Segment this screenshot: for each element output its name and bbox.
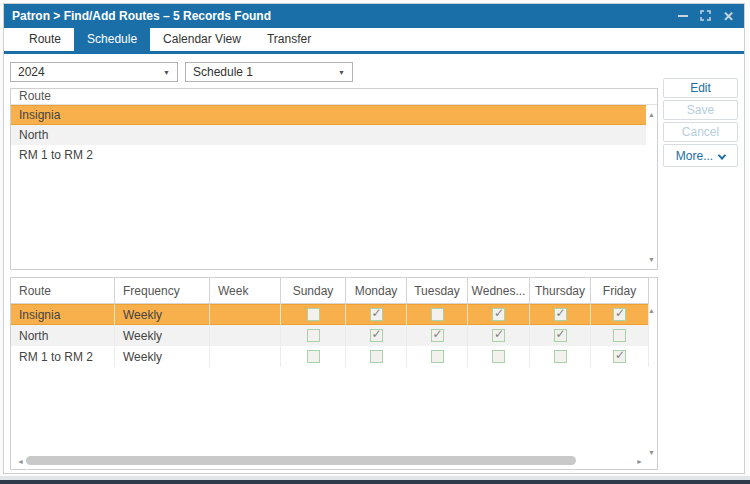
- cell-route: RM 1 to RM 2: [11, 346, 115, 367]
- checkbox-thursday[interactable]: ✓: [554, 350, 567, 363]
- column-header-friday: Friday: [591, 278, 649, 303]
- content-area: 2024 ▼ Schedule 1 ▼ Route Insignia North…: [4, 54, 744, 471]
- checkbox-tuesday[interactable]: ✓: [431, 329, 444, 342]
- route-list-item[interactable]: RM 1 to RM 2: [11, 145, 646, 165]
- checkbox-friday[interactable]: ✓: [613, 350, 626, 363]
- checkbox-friday[interactable]: ✓: [613, 308, 626, 321]
- tab-route[interactable]: Route: [16, 28, 74, 51]
- schedule-table-panel: Route Frequency Week Sunday Monday Tuesd…: [10, 277, 658, 470]
- checkbox-monday[interactable]: ✓: [370, 350, 383, 363]
- cell-frequency: Weekly: [115, 325, 210, 346]
- column-header-wednesday: Wednes...: [468, 278, 530, 303]
- schedule-select[interactable]: Schedule 1 ▼: [185, 62, 353, 82]
- check-icon: ✓: [372, 327, 382, 341]
- check-icon: ✓: [494, 327, 504, 341]
- route-list-column-header: Route: [11, 89, 657, 105]
- scroll-right-icon[interactable]: ►: [636, 458, 643, 465]
- route-list-item[interactable]: Insignia: [11, 105, 646, 125]
- titlebar: Patron > Find/Add Routes – 5 Records Fou…: [4, 4, 744, 28]
- checkbox-monday[interactable]: ✓: [370, 308, 383, 321]
- checkbox-tuesday[interactable]: ✓: [431, 350, 444, 363]
- tab-schedule[interactable]: Schedule: [74, 28, 150, 51]
- close-icon[interactable]: ✕: [723, 10, 734, 23]
- chevron-down-icon: [718, 151, 726, 159]
- chevron-down-icon: ▼: [338, 69, 345, 76]
- routes-window: Patron > Find/Add Routes – 5 Records Fou…: [3, 3, 745, 474]
- checkbox-wednesday[interactable]: ✓: [492, 329, 505, 342]
- scroll-up-icon[interactable]: ▲: [648, 111, 655, 118]
- checkbox-wednesday[interactable]: ✓: [492, 308, 505, 321]
- checkbox-friday[interactable]: ✓: [613, 329, 626, 342]
- filter-row: 2024 ▼ Schedule 1 ▼: [10, 62, 353, 82]
- checkbox-thursday[interactable]: ✓: [554, 329, 567, 342]
- cancel-button[interactable]: Cancel: [663, 122, 738, 142]
- column-header-thursday: Thursday: [530, 278, 591, 303]
- checkbox-sunday[interactable]: ✓: [307, 350, 320, 363]
- year-select[interactable]: 2024 ▼: [10, 62, 178, 82]
- edit-button[interactable]: Edit: [663, 78, 738, 98]
- cell-route: Insignia: [11, 304, 115, 325]
- checkbox-sunday[interactable]: ✓: [307, 308, 320, 321]
- window-controls: ✕: [678, 7, 734, 25]
- cell-week: [210, 325, 281, 346]
- tab-calendar-view[interactable]: Calendar View: [150, 28, 254, 51]
- route-list-panel: Route Insignia North RM 1 to RM 2 ▲ ▼: [10, 88, 658, 270]
- check-icon: ✓: [372, 306, 382, 320]
- more-button-label: More...: [676, 149, 713, 163]
- schedule-row[interactable]: RM 1 to RM 2 Weekly ✓ ✓ ✓ ✓ ✓ ✓: [11, 346, 649, 367]
- minimize-icon[interactable]: [678, 15, 688, 17]
- scroll-down-icon[interactable]: ▼: [648, 256, 655, 263]
- cell-week: [210, 346, 281, 367]
- scroll-down-icon[interactable]: ▼: [648, 449, 655, 456]
- schedule-row[interactable]: North Weekly ✓ ✓ ✓ ✓ ✓ ✓: [11, 325, 649, 346]
- maximize-icon[interactable]: [700, 7, 711, 25]
- tab-transfer[interactable]: Transfer: [254, 28, 324, 51]
- action-buttons: Edit Save Cancel More...: [663, 78, 738, 167]
- check-icon: ✓: [615, 348, 625, 362]
- check-icon: ✓: [615, 306, 625, 320]
- route-list-item[interactable]: North: [11, 125, 646, 145]
- page: Patron > Find/Add Routes – 5 Records Fou…: [0, 0, 750, 484]
- checkbox-sunday[interactable]: ✓: [307, 329, 320, 342]
- checkbox-tuesday[interactable]: ✓: [431, 308, 444, 321]
- scroll-up-icon[interactable]: ▲: [648, 307, 655, 314]
- check-icon: ✓: [556, 327, 566, 341]
- window-title: Patron > Find/Add Routes – 5 Records Fou…: [12, 9, 271, 23]
- cell-week: [210, 304, 281, 325]
- column-header-tuesday: Tuesday: [407, 278, 468, 303]
- column-header-sunday: Sunday: [281, 278, 346, 303]
- save-button[interactable]: Save: [663, 100, 738, 120]
- column-header-monday: Monday: [346, 278, 407, 303]
- schedule-table-header: Route Frequency Week Sunday Monday Tuesd…: [11, 278, 649, 304]
- chevron-down-icon: ▼: [163, 69, 170, 76]
- column-header-frequency: Frequency: [115, 278, 210, 303]
- cell-frequency: Weekly: [115, 346, 210, 367]
- cell-frequency: Weekly: [115, 304, 210, 325]
- horizontal-scrollbar-thumb[interactable]: [26, 456, 576, 465]
- checkbox-thursday[interactable]: ✓: [554, 308, 567, 321]
- check-icon: ✓: [556, 306, 566, 320]
- column-header-week: Week: [210, 278, 281, 303]
- scroll-left-icon[interactable]: ◄: [17, 458, 24, 465]
- tab-bar: Route Schedule Calendar View Transfer: [4, 28, 744, 54]
- taskbar-edge: [0, 480, 750, 484]
- column-header-route: Route: [11, 278, 115, 303]
- cell-route: North: [11, 325, 115, 346]
- schedule-row[interactable]: Insignia Weekly ✓ ✓ ✓ ✓ ✓ ✓: [11, 304, 649, 325]
- check-icon: ✓: [433, 327, 443, 341]
- more-button[interactable]: More...: [663, 144, 738, 167]
- check-icon: ✓: [494, 306, 504, 320]
- year-select-value: 2024: [18, 65, 45, 79]
- schedule-select-value: Schedule 1: [193, 65, 253, 79]
- checkbox-wednesday[interactable]: ✓: [492, 350, 505, 363]
- checkbox-monday[interactable]: ✓: [370, 329, 383, 342]
- route-list: Insignia North RM 1 to RM 2: [11, 105, 646, 165]
